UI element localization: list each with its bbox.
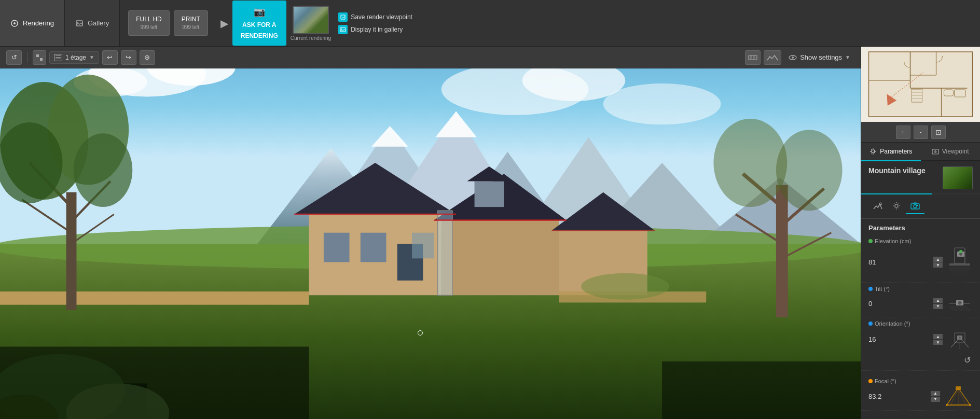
- ask-rendering-button[interactable]: 📷 ASK FOR A RENDERING: [232, 1, 286, 46]
- svg-line-101: [894, 203, 894, 204]
- svg-point-96: [895, 204, 898, 207]
- terrain-button[interactable]: [764, 50, 781, 65]
- zoom-in-button[interactable]: +: [896, 125, 910, 139]
- svg-line-122: [952, 306, 957, 311]
- gallery-icon: [75, 19, 84, 27]
- param-tilt: Tilt (°) 0 ▲ ▼: [861, 283, 980, 317]
- svg-rect-135: [956, 386, 961, 390]
- viewport-3d[interactable]: [0, 68, 861, 419]
- focal-down-button[interactable]: ▼: [931, 397, 940, 402]
- focal-value-row: 83.2 ▲ ▼: [868, 385, 973, 407]
- svg-point-140: [946, 404, 948, 406]
- tab-rendering[interactable]: Rendering: [0, 0, 65, 46]
- viewport-background: [0, 68, 861, 419]
- zoom-out-button[interactable]: -: [914, 125, 928, 139]
- undo-button[interactable]: ↩: [102, 50, 118, 65]
- main-area: ↺ 1 étage ▼ ↩ ↪ ⊕: [0, 47, 980, 419]
- full-hd-label: FULL HD: [136, 15, 162, 24]
- target-button[interactable]: ⊕: [140, 50, 155, 65]
- tilt-down-button[interactable]: ▼: [933, 304, 943, 309]
- view-mode-icon: [36, 54, 43, 61]
- svg-rect-43: [475, 181, 504, 207]
- print-sublabel: 999 left: [182, 24, 200, 31]
- focal-spinners: ▲ ▼: [931, 391, 940, 402]
- tilt-value-row: 0 ▲ ▼: [868, 293, 973, 314]
- svg-rect-38: [361, 233, 387, 262]
- minimap-controls: + - ⊡: [861, 122, 980, 143]
- print-button[interactable]: PRINT 999 left: [174, 10, 208, 36]
- scene-thumbnail: [943, 166, 973, 189]
- print-label: PRINT: [182, 15, 200, 24]
- svg-line-103: [899, 203, 899, 204]
- orientation-value: 16: [868, 336, 876, 343]
- show-settings-button[interactable]: Show settings ▼: [784, 51, 854, 64]
- icon-tab-camera[interactable]: [906, 199, 924, 214]
- top-toolbar: Rendering Gallery FULL HD 999 left PRINT…: [0, 0, 980, 47]
- svg-rect-7: [40, 54, 43, 57]
- viewport-container: ↺ 1 étage ▼ ↩ ↪ ⊕: [0, 47, 861, 419]
- svg-rect-10: [749, 55, 757, 60]
- param-focal: Focal (°) 83.2 ▲ ▼: [861, 375, 980, 411]
- focal-value: 83.2: [868, 393, 881, 400]
- focal-label: Focal (°): [868, 378, 973, 384]
- orientation-reset-button[interactable]: ↺: [962, 353, 973, 367]
- svg-line-102: [899, 208, 899, 208]
- render-btn-group: FULL HD 999 left PRINT 999 left: [120, 10, 216, 36]
- settings-icon: [869, 148, 877, 155]
- toolbar-separator-1: [27, 52, 27, 63]
- elevation-down-button[interactable]: ▼: [933, 262, 943, 268]
- viewpoint-icon: [932, 148, 939, 155]
- focal-up-button[interactable]: ▲: [931, 391, 940, 396]
- full-hd-button[interactable]: FULL HD 999 left: [128, 10, 170, 36]
- svg-rect-41: [441, 214, 559, 295]
- view-mode-button[interactable]: [33, 50, 46, 65]
- svg-rect-108: [917, 205, 918, 206]
- svg-point-95: [879, 203, 881, 205]
- display-in-gallery-button[interactable]: Display it in gallery: [338, 25, 412, 34]
- svg-rect-110: [949, 263, 970, 266]
- tilt-label: Tilt (°): [868, 286, 973, 292]
- tab-viewpoint[interactable]: Viewpoint: [921, 143, 981, 160]
- svg-rect-51: [66, 192, 77, 310]
- refresh-button[interactable]: ↺: [6, 50, 22, 65]
- measure-button[interactable]: [745, 50, 761, 65]
- tilt-diagram: [947, 293, 973, 314]
- svg-rect-72: [662, 361, 861, 419]
- svg-rect-40: [412, 233, 434, 259]
- focal-dot: [868, 379, 873, 383]
- render-actions: Save render viewpoint Display it in gall…: [338, 12, 412, 34]
- tab-gallery[interactable]: Gallery: [65, 0, 120, 46]
- icon-tab-sun[interactable]: [887, 199, 906, 214]
- landscape-icon: [873, 202, 882, 210]
- right-panel: + - ⊡ Parameters: [861, 47, 980, 419]
- orientation-dot: [868, 322, 873, 326]
- next-arrow-button[interactable]: ▶: [216, 17, 232, 30]
- orientation-label-text: Orientation (°): [875, 320, 910, 327]
- save-render-viewpoint-label: Save render viewpoint: [351, 13, 412, 21]
- fit-button[interactable]: ⊡: [931, 125, 946, 139]
- params-title: Parameters: [861, 219, 980, 235]
- svg-line-121: [949, 306, 955, 311]
- focal-diagram: [944, 385, 973, 407]
- elevation-value: 81: [868, 258, 876, 266]
- floor-select[interactable]: 1 étage ▼: [49, 51, 99, 64]
- svg-rect-6: [36, 54, 39, 57]
- svg-point-66: [776, 130, 843, 211]
- svg-point-113: [959, 250, 962, 253]
- camera-icon: 📷: [254, 6, 265, 19]
- svg-point-50: [581, 273, 669, 300]
- rendering-icon: [10, 19, 19, 27]
- redo-button[interactable]: ↪: [121, 50, 136, 65]
- svg-point-5: [341, 29, 342, 30]
- orientation-down-button[interactable]: ▼: [933, 340, 943, 345]
- tab-parameters[interactable]: Parameters: [861, 143, 921, 161]
- orientation-up-button[interactable]: ▲: [933, 334, 943, 339]
- elevation-label: Elevation (cm): [868, 238, 973, 244]
- save-render-viewpoint-button[interactable]: Save render viewpoint: [338, 12, 412, 22]
- settings-chevron-icon: ▼: [845, 54, 850, 60]
- icon-tab-landscape[interactable]: [868, 199, 887, 214]
- tilt-up-button[interactable]: ▲: [933, 298, 943, 303]
- orientation-label: Orientation (°): [868, 320, 973, 327]
- elevation-up-button[interactable]: ▲: [933, 257, 943, 262]
- orientation-spinners: ▲ ▼: [933, 334, 943, 345]
